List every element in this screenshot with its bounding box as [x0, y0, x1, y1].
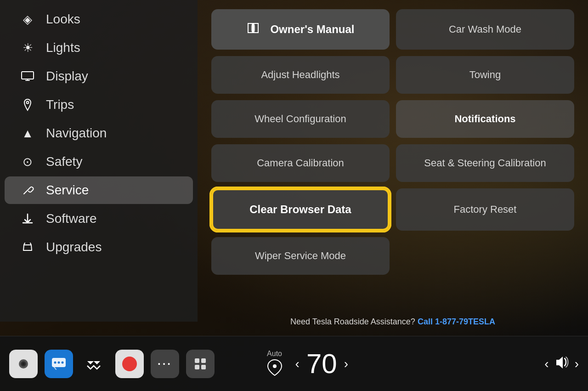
sidebar-item-looks[interactable]: ◈ Looks: [5, 6, 193, 33]
autopilot-display: Auto: [263, 350, 286, 378]
car-wash-mode-label: Car Wash Mode: [449, 23, 521, 35]
more-options-button[interactable]: ···: [151, 350, 179, 378]
owners-manual-button[interactable]: Owner's Manual: [211, 9, 390, 50]
sidebar-item-display[interactable]: Display: [5, 62, 193, 90]
volume-decrease-button[interactable]: ‹: [544, 357, 548, 371]
seat-steering-calibration-button[interactable]: Seat & Steering Calibration: [396, 144, 574, 182]
svg-point-7: [58, 361, 60, 363]
svg-point-4: [22, 363, 25, 365]
chat-icon-button[interactable]: [45, 350, 73, 378]
sidebar-item-trips[interactable]: Trips: [5, 91, 193, 119]
speed-value: 70: [306, 348, 337, 380]
svg-rect-0: [22, 72, 34, 79]
speed-increase-button[interactable]: ›: [344, 357, 348, 371]
svg-rect-10: [201, 358, 206, 363]
taskbar: ··· Auto ‹ 70 › ‹: [0, 336, 588, 391]
record-icon-button[interactable]: [115, 350, 144, 378]
svg-rect-12: [201, 365, 206, 369]
sidebar-item-navigation[interactable]: ▲ Navigation: [5, 119, 193, 147]
svg-rect-9: [195, 358, 199, 363]
wheel-configuration-label: Wheel Configuration: [254, 113, 346, 125]
sidebar-item-upgrades[interactable]: Upgrades: [5, 233, 193, 261]
notifications-button[interactable]: Notifications: [396, 100, 574, 138]
tidal-icon-button[interactable]: [80, 350, 108, 378]
wheel-configuration-button[interactable]: Wheel Configuration: [211, 100, 390, 138]
lights-icon: ☀: [18, 41, 37, 55]
trips-icon: [18, 98, 37, 111]
towing-button[interactable]: Towing: [396, 56, 574, 94]
sidebar-item-label: Software: [46, 211, 97, 226]
taskbar-left: ···: [9, 350, 215, 378]
svg-rect-11: [195, 365, 199, 369]
adjust-headlights-button[interactable]: Adjust Headlights: [211, 56, 390, 94]
clear-browser-data-label: Clear Browser Data: [249, 203, 351, 216]
towing-label: Towing: [469, 69, 501, 81]
taskbar-center: Auto ‹ 70 ›: [215, 348, 397, 380]
svg-point-8: [62, 361, 64, 363]
owners-manual-icon: [246, 22, 265, 37]
sidebar-item-label: Service: [46, 183, 89, 198]
volume-increase-button[interactable]: ›: [575, 357, 579, 371]
service-icon: [18, 184, 37, 197]
speed-control: ‹ 70 ›: [295, 348, 348, 380]
car-wash-mode-button[interactable]: Car Wash Mode: [396, 9, 574, 50]
sidebar-item-label: Lights: [46, 40, 80, 55]
dashcam-icon-button[interactable]: [9, 350, 38, 378]
svg-point-1: [27, 102, 29, 104]
auto-label: Auto: [267, 350, 282, 358]
volume-control: ‹ ›: [544, 355, 579, 373]
volume-icon: [554, 355, 570, 373]
wiper-service-mode-label: Wiper Service Mode: [255, 250, 346, 262]
camera-calibration-button[interactable]: Camera Calibration: [211, 144, 390, 182]
factory-reset-button[interactable]: Factory Reset: [396, 188, 574, 231]
sidebar-item-label: Trips: [46, 97, 74, 112]
clear-browser-data-button[interactable]: Clear Browser Data: [211, 188, 390, 231]
assistance-text: Need Tesla Roadside Assistance?: [290, 317, 415, 326]
sidebar-item-label: Safety: [46, 154, 82, 169]
taskbar-right: ‹ ›: [397, 355, 579, 373]
adjust-headlights-label: Adjust Headlights: [261, 69, 339, 81]
main-content: Owner's Manual Car Wash Mode Adjust Head…: [198, 0, 588, 322]
factory-reset-label: Factory Reset: [454, 204, 517, 215]
upgrades-icon: [18, 241, 37, 253]
sidebar-item-label: Looks: [46, 12, 80, 27]
assistance-bar: Need Tesla Roadside Assistance? Call 1-8…: [198, 312, 588, 331]
svg-point-6: [54, 361, 57, 363]
sidebar: ◈ Looks ☀ Lights Display Trips ▲ Navigat…: [0, 0, 198, 322]
apps-grid-button[interactable]: [186, 350, 215, 378]
svg-point-13: [273, 364, 277, 368]
sidebar-item-software[interactable]: Software: [5, 205, 193, 232]
navigation-icon: ▲: [18, 126, 37, 141]
sidebar-item-service[interactable]: Service: [5, 176, 193, 204]
notifications-label: Notifications: [454, 113, 515, 125]
wiper-service-mode-button[interactable]: Wiper Service Mode: [211, 237, 390, 275]
seat-steering-calibration-label: Seat & Steering Calibration: [424, 157, 546, 169]
safety-icon: ⊙: [18, 155, 37, 169]
sidebar-item-lights[interactable]: ☀ Lights: [5, 34, 193, 62]
sidebar-item-safety[interactable]: ⊙ Safety: [5, 148, 193, 176]
sidebar-item-label: Navigation: [46, 126, 107, 141]
assistance-link[interactable]: Call 1-877-79TESLA: [418, 317, 495, 326]
speed-decrease-button[interactable]: ‹: [295, 357, 300, 371]
camera-calibration-label: Camera Calibration: [257, 157, 344, 169]
sidebar-item-label: Display: [46, 69, 88, 84]
software-icon: [18, 213, 37, 225]
display-icon: [18, 71, 37, 81]
looks-icon: ◈: [18, 12, 37, 27]
sidebar-item-label: Upgrades: [46, 240, 102, 255]
owners-manual-label: Owner's Manual: [270, 23, 354, 36]
